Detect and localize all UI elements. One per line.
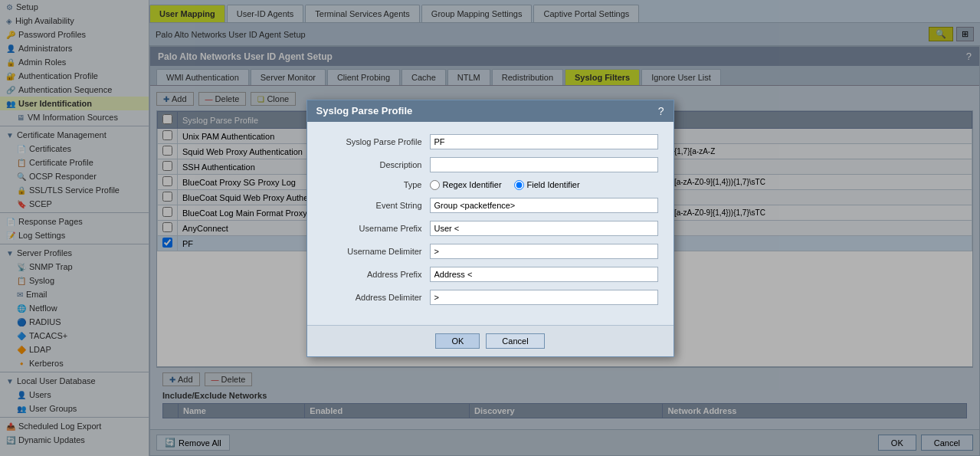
- address-delimiter-label: Address Delimiter: [323, 293, 430, 302]
- syslog-parse-profile-row: Syslog Parse Profile: [323, 134, 658, 149]
- description-input[interactable]: [430, 157, 658, 172]
- event-string-row: Event String: [323, 198, 658, 213]
- regex-radio[interactable]: [430, 180, 440, 190]
- type-label: Type: [323, 180, 430, 189]
- modal-body: Syslog Parse Profile Description Type Re…: [307, 122, 674, 325]
- username-delimiter-label: Username Delimiter: [323, 247, 430, 256]
- username-delimiter-input[interactable]: [430, 244, 658, 259]
- field-radio-label: Field Identifier: [527, 180, 580, 189]
- regex-radio-label: Regex Identifier: [443, 180, 502, 189]
- modal-overlay: Syslog Parse Profile ? Syslog Parse Prof…: [0, 0, 980, 456]
- address-prefix-row: Address Prefix: [323, 267, 658, 282]
- syslog-parse-profile-input[interactable]: [430, 134, 658, 149]
- description-row: Description: [323, 157, 658, 172]
- syslog-parse-profile-label: Syslog Parse Profile: [323, 137, 430, 146]
- field-radio-option[interactable]: Field Identifier: [514, 180, 580, 190]
- username-prefix-input[interactable]: [430, 221, 658, 236]
- username-prefix-row: Username Prefix: [323, 221, 658, 236]
- modal-header: Syslog Parse Profile ?: [307, 100, 674, 122]
- address-prefix-label: Address Prefix: [323, 270, 430, 279]
- address-delimiter-row: Address Delimiter: [323, 290, 658, 305]
- modal-title: Syslog Parse Profile: [316, 105, 413, 116]
- regex-radio-option[interactable]: Regex Identifier: [430, 180, 502, 190]
- field-radio[interactable]: [514, 180, 524, 190]
- modal-ok-button[interactable]: OK: [435, 333, 480, 349]
- event-string-input[interactable]: [430, 198, 658, 213]
- address-prefix-input[interactable]: [430, 267, 658, 282]
- modal-cancel-button[interactable]: Cancel: [486, 333, 544, 349]
- address-delimiter-input[interactable]: [430, 290, 658, 305]
- username-prefix-label: Username Prefix: [323, 224, 430, 233]
- event-string-label: Event String: [323, 201, 430, 210]
- username-delimiter-row: Username Delimiter: [323, 244, 658, 259]
- type-radio-group: Regex Identifier Field Identifier: [430, 180, 580, 190]
- type-row: Type Regex Identifier Field Identifier: [323, 180, 658, 190]
- description-label: Description: [323, 160, 430, 169]
- syslog-parse-profile-modal: Syslog Parse Profile ? Syslog Parse Prof…: [306, 100, 674, 357]
- modal-footer: OK Cancel: [307, 325, 674, 356]
- modal-help-icon[interactable]: ?: [658, 105, 664, 117]
